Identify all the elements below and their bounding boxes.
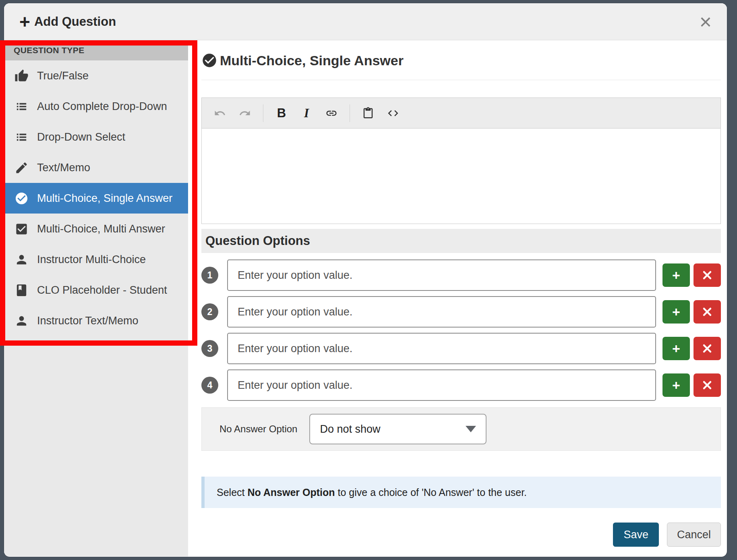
add-option-button[interactable]: + [662,373,690,397]
option-row: 3 + [201,333,721,364]
option-number-badge: 3 [201,340,218,357]
sidebar-item-label: Instructor Multi-Choice [37,253,146,266]
sidebar-item-label: Multi-Choice, Multi Answer [37,223,165,235]
option-number-badge: 2 [201,303,218,320]
add-option-button[interactable]: + [662,263,690,287]
check-circle-icon [14,191,29,205]
sidebar-header: QUESTION TYPE [4,40,188,60]
redo-icon [239,107,251,119]
no-answer-option-panel: No Answer Option Do not show [201,407,721,451]
info-text-bold: No Answer Option [247,487,335,498]
x-icon [702,270,712,280]
sidebar-item-true-false[interactable]: True/False [4,60,188,91]
sidebar-item-label: True/False [37,70,89,82]
list-icon [14,130,29,144]
toolbar-separator [350,104,350,122]
editor-toolbar: B I [202,98,720,129]
check-circle-icon [201,52,217,68]
selected-type-title: Multi-Choice, Single Answer [201,52,721,69]
no-answer-option-select[interactable]: Do not show [309,414,487,444]
sidebar-item-instructor-text-memo[interactable]: Instructor Text/Memo [4,305,188,336]
remove-option-button[interactable] [694,373,721,397]
sidebar-item-clo-placeholder-student[interactable]: CLO Placeholder - Student [4,275,188,305]
sidebar-item-label: Auto Complete Drop-Down [37,100,167,113]
remove-option-button[interactable] [694,300,721,324]
x-icon [702,380,712,390]
list-icon [14,100,29,114]
editor-text-area[interactable] [202,129,720,224]
person-icon [14,314,29,328]
sidebar-item-label: Multi-Choice, Single Answer [37,192,172,205]
option-value-input[interactable] [227,259,656,291]
info-message: Select No Answer Option to give a choice… [201,477,721,508]
plus-icon: + [672,342,680,355]
option-rows: 1 + 2 + [201,259,721,401]
link-button[interactable] [319,103,344,124]
undo-icon [214,107,226,119]
remove-option-button[interactable] [694,337,721,360]
x-icon [702,307,712,317]
code-view-button[interactable] [381,103,406,124]
option-row: 4 + [201,369,721,401]
pencil-icon [14,161,29,175]
redo-button[interactable] [232,103,257,124]
close-icon[interactable]: × [700,11,712,32]
modal-header: + Add Question × [4,3,727,40]
no-answer-selected-value: Do not show [320,423,380,436]
option-row: 1 + [201,259,721,291]
main-panel: Multi-Choice, Single Answer B [188,40,727,556]
code-icon [387,107,399,119]
thumbs-up-icon [14,69,29,83]
sidebar-item-text-memo[interactable]: Text/Memo [4,152,188,183]
plus-icon: + [672,268,680,282]
sidebar-item-multi-choice-multi-answer[interactable]: Multi-Choice, Multi Answer [4,214,188,244]
undo-button[interactable] [207,103,232,124]
cancel-button[interactable]: Cancel [667,523,721,547]
toolbar-separator [263,104,263,122]
sidebar-item-drop-down-select[interactable]: Drop-Down Select [4,122,188,152]
option-number-badge: 1 [201,267,218,284]
italic-button[interactable]: I [294,103,319,124]
title-divider [201,80,721,80]
option-number-badge: 4 [201,377,218,394]
option-row: 2 + [201,296,721,328]
sidebar-item-label: Instructor Text/Memo [37,315,139,327]
book-icon [14,283,29,297]
bold-icon: B [277,106,286,120]
plus-icon: + [19,12,30,31]
add-question-modal: + Add Question × QUESTION TYPE True/Fals… [4,3,727,557]
paste-icon [362,107,374,119]
modal-title: Add Question [34,15,116,29]
add-option-button[interactable]: + [662,300,690,324]
sidebar-item-label: Drop-Down Select [37,131,125,143]
question-options-header: Question Options [201,229,721,253]
rich-text-editor: B I [201,97,721,224]
option-value-input[interactable] [227,296,656,328]
info-text-prefix: Select [217,487,247,498]
option-value-input[interactable] [227,369,656,401]
plus-icon: + [672,305,680,319]
add-option-button[interactable]: + [662,337,690,360]
link-icon [325,107,337,119]
info-text-suffix: to give a choice of 'No Answer' to the u… [335,487,527,498]
remove-option-button[interactable] [694,263,721,287]
sidebar-item-instructor-multi-choice[interactable]: Instructor Multi-Choice [4,244,188,275]
check-square-icon [14,222,29,236]
no-answer-option-label: No Answer Option [219,423,297,435]
question-type-sidebar: QUESTION TYPE True/False Auto Complete D… [4,40,188,556]
sidebar-item-auto-complete-drop-down[interactable]: Auto Complete Drop-Down [4,91,188,122]
modal-footer: Save Cancel [201,523,721,547]
paste-button[interactable] [356,103,381,124]
x-icon [702,344,712,353]
person-icon [14,253,29,267]
plus-icon: + [672,378,680,392]
selected-type-title-text: Multi-Choice, Single Answer [220,53,404,68]
chevron-down-icon [466,426,476,432]
save-button[interactable]: Save [613,523,659,547]
sidebar-item-label: Text/Memo [37,162,90,174]
sidebar-item-multi-choice-single-answer[interactable]: Multi-Choice, Single Answer [4,183,188,214]
italic-icon: I [304,106,309,120]
option-value-input[interactable] [227,333,656,364]
sidebar-item-label: CLO Placeholder - Student [37,284,167,297]
bold-button[interactable]: B [269,103,294,124]
